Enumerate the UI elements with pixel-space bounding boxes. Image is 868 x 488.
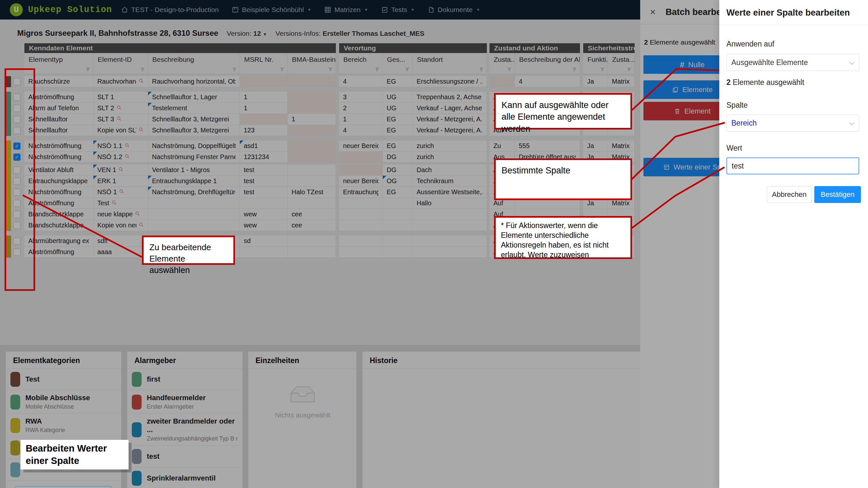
edit-column-drawer: Werte einer Spalte bearbeiten Anwenden a…	[719, 0, 868, 488]
anwenden-value: Ausgewählte Elemente	[731, 58, 808, 67]
selected-count: 2 Elemente ausgewählt	[726, 78, 804, 87]
anwenden-label: Anwenden auf	[726, 40, 774, 48]
spalte-label: Spalte	[726, 101, 748, 110]
dialog-title: Werte einer Spalte bearbeiten	[726, 8, 850, 18]
cancel-button[interactable]: Abbrechen	[767, 186, 812, 203]
wert-label: Wert	[726, 144, 742, 153]
app: U Upkeep Solution TEST - Design-to-Produ…	[0, 0, 868, 488]
wert-value: test	[732, 162, 744, 170]
chevron-down-icon	[849, 119, 854, 128]
confirm-button[interactable]: Bestätigen	[814, 186, 861, 203]
drawer-mask[interactable]	[0, 0, 719, 488]
spalte-value: Bereich	[731, 119, 757, 128]
spalte-select[interactable]: Bereich	[726, 115, 859, 131]
anwenden-select[interactable]: Ausgewählte Elemente	[726, 54, 859, 71]
chevron-down-icon	[849, 58, 854, 67]
wert-input[interactable]: test	[726, 158, 859, 174]
